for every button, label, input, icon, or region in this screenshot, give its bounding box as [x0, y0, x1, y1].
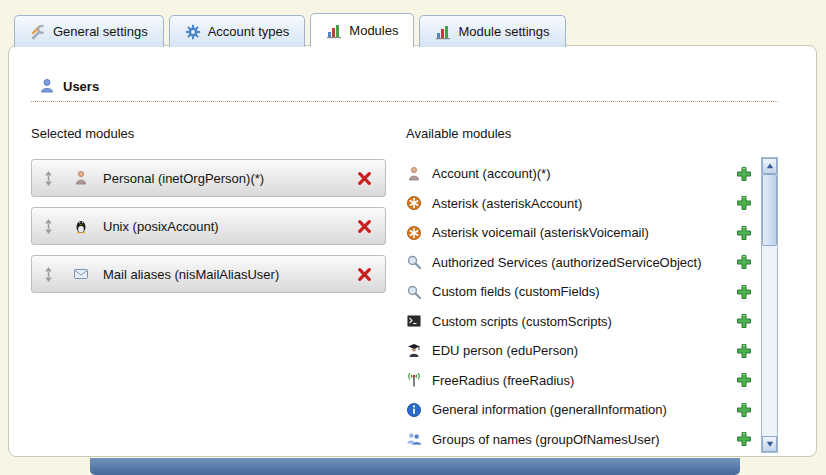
add-icon[interactable] [736, 284, 752, 300]
scrollbar[interactable] [761, 157, 778, 453]
available-module-row: Account (account)(*) [406, 159, 752, 189]
available-module-row: Asterisk (asteriskAccount) [406, 189, 752, 219]
scroll-down-button[interactable] [762, 436, 777, 452]
scroll-up-button[interactable] [762, 158, 777, 174]
terminal-icon [406, 313, 422, 329]
user-icon [39, 78, 55, 94]
gear-icon [185, 24, 201, 40]
add-icon[interactable] [736, 402, 752, 418]
person-icon [73, 170, 89, 186]
mail-icon [73, 266, 89, 282]
tab-general-settings[interactable]: General settings [14, 15, 164, 47]
asterisk-icon [406, 195, 422, 211]
footer-bar [90, 458, 740, 475]
tab-account-types[interactable]: Account types [169, 15, 306, 47]
module-label: Asterisk voicemail (asteriskVoicemail) [432, 225, 649, 240]
asterisk-icon [406, 225, 422, 241]
tux-icon [73, 218, 89, 234]
available-module-row: Groups of names (groupOfNamesUser) [406, 425, 752, 455]
tab-module-settings[interactable]: Module settings [419, 15, 565, 47]
add-icon[interactable] [736, 313, 752, 329]
add-icon[interactable] [736, 254, 752, 270]
tab-label: Modules [349, 23, 398, 38]
tab-modules[interactable]: Modules [310, 13, 414, 47]
available-modules-panel: Available modules Account (account)(*) A… [406, 126, 778, 454]
group-icon [406, 431, 422, 447]
module-label: Authorized Services (authorizedServiceOb… [432, 255, 702, 270]
module-label: Asterisk (asteriskAccount) [432, 196, 582, 211]
triangle-up-icon [764, 160, 776, 172]
module-label: FreeRadius (freeRadius) [432, 373, 574, 388]
tab-label: General settings [53, 24, 148, 39]
scrollbar-track[interactable] [762, 174, 777, 436]
person-icon [406, 166, 422, 182]
drag-handle-icon[interactable] [44, 170, 53, 187]
magnifier-icon [406, 284, 422, 300]
module-label: General information (generalInformation) [432, 402, 667, 417]
available-module-row: Custom fields (customFields) [406, 277, 752, 307]
add-icon[interactable] [736, 166, 752, 182]
available-module-row: FreeRadius (freeRadius) [406, 366, 752, 396]
selected-module-row[interactable]: Personal (inetOrgPerson)(*) [31, 159, 386, 197]
tab-bar: General settings Account types Modules M… [14, 13, 571, 47]
available-modules-heading: Available modules [406, 126, 778, 141]
module-label: Custom fields (customFields) [432, 284, 600, 299]
tab-label: Module settings [458, 24, 549, 39]
content-card: Users Selected modules Personal (inetOrg… [8, 45, 817, 457]
chart-icon [435, 24, 451, 40]
delete-icon[interactable] [356, 218, 373, 235]
wrench-icon [30, 24, 46, 40]
antenna-icon [406, 372, 422, 388]
selected-modules-heading: Selected modules [31, 126, 386, 141]
available-module-row: Authorized Services (authorizedServiceOb… [406, 248, 752, 278]
module-label: Account (account)(*) [432, 166, 551, 181]
drag-handle-icon[interactable] [44, 266, 53, 283]
add-icon[interactable] [736, 195, 752, 211]
drag-handle-icon[interactable] [44, 218, 53, 235]
triangle-down-icon [764, 438, 776, 450]
selected-module-row[interactable]: Mail aliases (nisMailAliasUser) [31, 255, 386, 293]
available-module-row: Asterisk voicemail (asteriskVoicemail) [406, 218, 752, 248]
section-divider [31, 101, 778, 102]
tab-label: Account types [208, 24, 290, 39]
module-label: Custom scripts (customScripts) [432, 314, 612, 329]
available-module-row: General information (generalInformation) [406, 395, 752, 425]
scrollbar-thumb[interactable] [762, 174, 777, 246]
module-label: Unix (posixAccount) [103, 219, 219, 234]
module-label: Personal (inetOrgPerson)(*) [103, 171, 264, 186]
module-label: Mail aliases (nisMailAliasUser) [103, 267, 279, 282]
magnifier-icon [406, 254, 422, 270]
add-icon[interactable] [736, 225, 752, 241]
delete-icon[interactable] [356, 266, 373, 283]
add-icon[interactable] [736, 431, 752, 447]
info-icon [406, 402, 422, 418]
module-label: Groups of names (groupOfNamesUser) [432, 432, 660, 447]
chart-icon [326, 23, 342, 39]
module-label: EDU person (eduPerson) [432, 343, 578, 358]
available-module-row: EDU person (eduPerson) [406, 336, 752, 366]
section-header: Users [39, 78, 778, 94]
section-title: Users [63, 79, 99, 94]
available-modules-list: Account (account)(*) Asterisk (asteriskA… [406, 159, 778, 454]
add-icon[interactable] [736, 372, 752, 388]
graduate-icon [406, 343, 422, 359]
selected-module-row[interactable]: Unix (posixAccount) [31, 207, 386, 245]
selected-modules-panel: Selected modules Personal (inetOrgPerson… [31, 126, 386, 454]
available-module-row: Custom scripts (customScripts) [406, 307, 752, 337]
add-icon[interactable] [736, 343, 752, 359]
delete-icon[interactable] [356, 170, 373, 187]
